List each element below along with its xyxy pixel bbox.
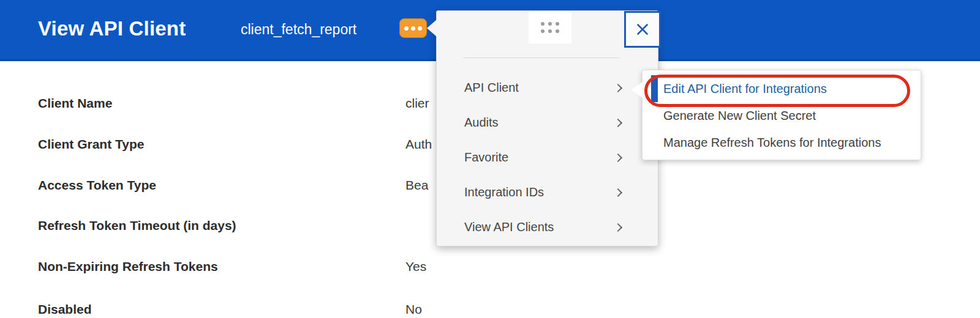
menu-item-integration-ids[interactable]: Integration IDs [437, 175, 658, 210]
menu-item-api-client[interactable]: API Client [437, 70, 658, 105]
field-value: Auth [405, 137, 432, 152]
field-row: Non-Expiring Refresh Tokens Yes [0, 259, 980, 278]
submenu-item-generate-client-secret[interactable]: Generate New Client Secret [643, 102, 921, 129]
page-title: View API Client [38, 17, 186, 40]
menu-list: API Client Audits Favorite Integration I… [437, 70, 658, 245]
drag-handle-icon [541, 22, 559, 33]
related-actions-button[interactable] [399, 18, 427, 38]
field-label: Access Token Type [38, 178, 156, 193]
close-button[interactable] [624, 11, 661, 48]
submenu-item-edit-api-client[interactable]: Edit API Client for Integrations [643, 75, 921, 102]
chevron-right-icon [614, 188, 622, 196]
chevron-right-icon [614, 83, 622, 92]
ellipsis-icon [418, 26, 422, 31]
menu-item-view-api-clients[interactable]: View API Clients [437, 210, 658, 245]
menu-item-favorite[interactable]: Favorite [437, 140, 658, 175]
field-value: clier [405, 96, 429, 111]
client-name-subtitle: client_fetch_report [241, 21, 356, 38]
chevron-right-icon [614, 153, 622, 161]
related-actions-menu: API Client Audits Favorite Integration I… [436, 10, 658, 246]
selection-bar [651, 75, 658, 102]
field-row: Disabled No [0, 302, 980, 318]
menu-divider [463, 57, 620, 58]
field-value: Yes [405, 259, 426, 274]
chevron-right-icon [614, 118, 622, 127]
field-label: Client Name [38, 96, 112, 111]
view-api-client-page: View API Client client_fetch_report Clie… [0, 0, 980, 318]
drag-handle[interactable] [529, 11, 571, 43]
api-client-submenu: Edit API Client for Integrations Generat… [642, 70, 921, 160]
popup-pointer [427, 20, 437, 37]
field-label: Non-Expiring Refresh Tokens [38, 259, 218, 274]
menu-item-audits[interactable]: Audits [437, 105, 658, 140]
submenu-item-manage-refresh-tokens[interactable]: Manage Refresh Tokens for Integrations [643, 129, 921, 156]
ellipsis-icon [404, 26, 409, 31]
close-icon [635, 21, 650, 37]
submenu-pointer [631, 82, 643, 98]
field-value: Bea [405, 178, 428, 193]
ellipsis-icon [411, 26, 415, 31]
chevron-right-icon [614, 223, 622, 231]
field-value: No [405, 302, 422, 317]
field-label: Client Grant Type [38, 137, 144, 152]
field-label: Disabled [38, 302, 92, 317]
field-label: Refresh Token Timeout (in days) [38, 218, 236, 233]
